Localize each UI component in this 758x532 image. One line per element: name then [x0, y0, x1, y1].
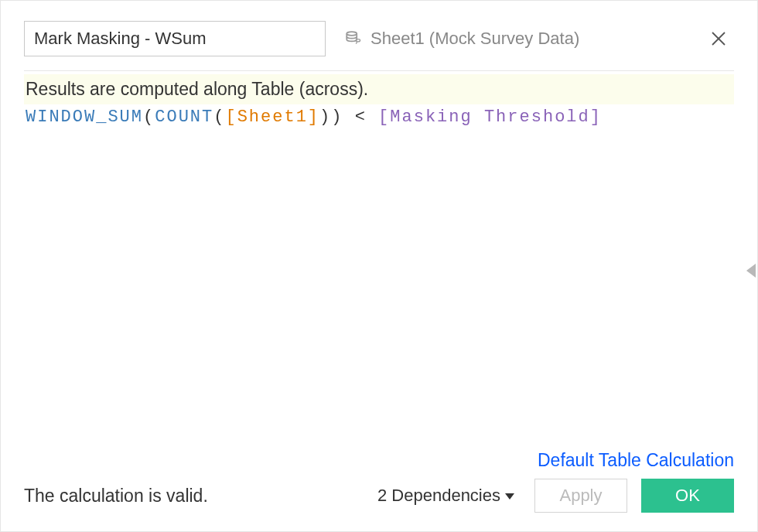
formula-token-operator: < [343, 107, 378, 127]
formula-token-func: WINDOW_SUM [26, 107, 143, 127]
formula-token-paren: ) [331, 107, 343, 127]
formula-token-field: [Sheet1] [225, 107, 319, 127]
header-divider [24, 70, 734, 71]
formula-text[interactable]: WINDOW_SUM(COUNT([Sheet1])) < [Masking T… [24, 104, 734, 127]
apply-button[interactable]: Apply [534, 479, 627, 513]
expand-functions-arrow-icon[interactable] [745, 262, 757, 279]
calculated-field-dialog: Sheet1 (Mock Survey Data) Results are co… [0, 0, 758, 532]
dependencies-label: 2 Dependencies [377, 486, 500, 506]
datasource-icon [344, 29, 364, 49]
table-calc-link-row: Default Table Calculation [24, 450, 734, 471]
svg-point-0 [347, 32, 357, 36]
formula-token-paren: ( [143, 107, 155, 127]
ok-button[interactable]: OK [641, 479, 734, 513]
dialog-footer: Default Table Calculation The calculatio… [1, 450, 757, 531]
table-calc-info-banner: Results are computed along Table (across… [24, 74, 734, 104]
dialog-header: Sheet1 (Mock Survey Data) [1, 1, 757, 70]
datasource-label: Sheet1 (Mock Survey Data) [370, 29, 579, 49]
formula-editor[interactable]: Results are computed along Table (across… [24, 74, 734, 450]
formula-token-parameter: [Masking Threshold] [378, 107, 602, 127]
calculation-name-input[interactable] [24, 21, 326, 56]
default-table-calculation-link[interactable]: Default Table Calculation [538, 450, 734, 470]
datasource-indicator[interactable]: Sheet1 (Mock Survey Data) [344, 29, 579, 49]
close-button[interactable] [708, 28, 729, 49]
formula-token-func: COUNT [155, 107, 213, 127]
svg-marker-3 [746, 264, 756, 278]
formula-token-paren: ) [319, 107, 331, 127]
validation-status: The calculation is valid. [24, 486, 208, 506]
footer-actions-row: The calculation is valid. 2 Dependencies… [24, 479, 734, 513]
dependencies-dropdown[interactable]: 2 Dependencies [377, 486, 514, 506]
formula-token-paren: ( [213, 107, 225, 127]
caret-down-icon [505, 493, 514, 500]
